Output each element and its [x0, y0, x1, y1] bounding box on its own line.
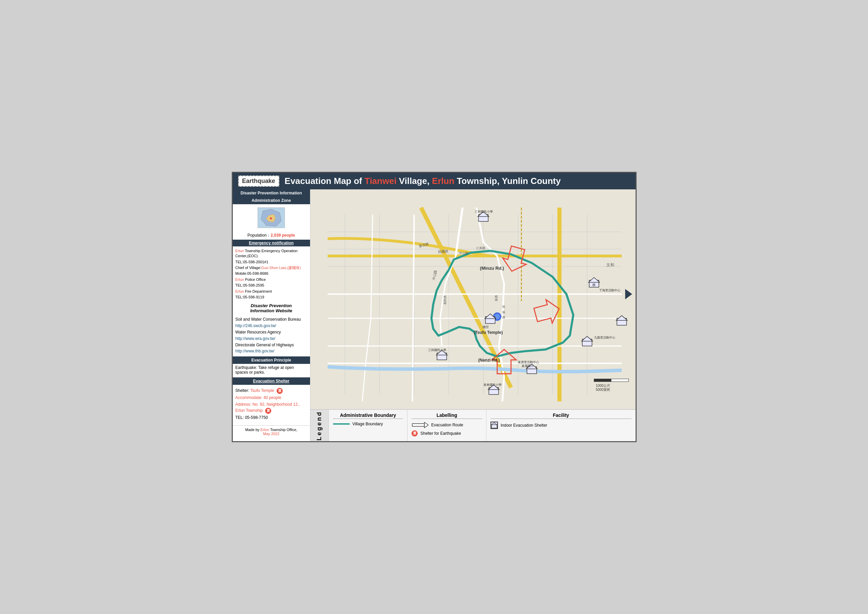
- facility-section: Facility Indoor Evacuation Shelter: [487, 410, 636, 441]
- swcb-link[interactable]: http://246.swcb.gov.tw/: [236, 323, 276, 328]
- nav-arrow: [625, 289, 632, 299]
- village-boundary-label: Village Boundary: [352, 421, 383, 426]
- minzu-rd-label: (Minzu Rd.): [480, 266, 504, 271]
- road-zhongshan2: 中山路: [459, 252, 468, 255]
- svg-marker-36: [425, 422, 428, 427]
- legend-area: Legend Administrative Boundary Village B…: [310, 409, 636, 441]
- svg-marker-16: [588, 277, 600, 282]
- village-boundary-item: Village Boundary: [333, 421, 403, 426]
- evac-principle-text: Earthquake: Take refuge at open spaces o…: [233, 364, 310, 378]
- shelter-icon-1: 圓: [588, 277, 600, 287]
- made-by: Made by Erlun Township Office, May 2022: [233, 425, 310, 438]
- road-zhen: 振路: [494, 295, 498, 301]
- label-school-1: 三和國民小學: [428, 348, 446, 352]
- road-minquan: 民權路: [438, 249, 448, 254]
- label-shelter-3: 九隆里活動中心: [594, 336, 615, 339]
- road-lu: 路: [502, 316, 505, 319]
- wra-link[interactable]: http://www.wra.gov.tw/: [236, 336, 275, 341]
- road-zhongshan: 中山路: [432, 270, 437, 280]
- legend-label: Legend: [316, 411, 323, 440]
- road-min: 柏民路: [443, 295, 446, 305]
- facility-icon-right: [616, 316, 627, 325]
- emergency-title: Emergency notification: [233, 239, 310, 246]
- evac-route-label: Evacuation Route: [431, 423, 463, 427]
- svg-rect-37: [491, 424, 497, 428]
- dis-prev-subtitle: Information Website: [250, 308, 293, 314]
- label-shelter-4: 臬厝里活動中心: [518, 361, 539, 364]
- labelling-section: Labelling Evacuation Route 震 Shelter for…: [408, 410, 487, 441]
- shelter-icon-3: [581, 336, 593, 346]
- label-school-4: 臬厝國小: [521, 364, 533, 367]
- labelling-title: Labelling: [412, 412, 482, 419]
- legend-label-col: Legend: [310, 410, 329, 441]
- scale-label-1: 1000公尺: [596, 384, 610, 387]
- road-zhen2: 振: [502, 311, 505, 314]
- evac-shelter-title: Evacuation Shelter: [233, 378, 310, 385]
- label-school-5: 束車國民小學: [483, 383, 501, 387]
- label-shelter-1: 下海里活動中心: [599, 289, 620, 292]
- main-container: Earthquake Evacuation Map of Tianwei Vil…: [232, 172, 637, 442]
- river: [327, 367, 622, 371]
- section1-title: Disaster Prevention Information: [233, 190, 310, 197]
- admin-boundary-title: Administrative Boundary: [333, 412, 403, 419]
- header-bar: Earthquake Evacuation Map of Tianwei Vil…: [233, 173, 636, 190]
- admin-boundary-section: Administrative Boundary Village Boundary: [329, 410, 408, 441]
- indoor-evac-label: Indoor Evacuation Shelter: [501, 423, 547, 427]
- vert-white-2: [362, 215, 372, 401]
- indoor-evac-svg: [491, 422, 497, 428]
- map-container: 圓 下海里活動中心 三和國民小學 九隆里活動中心: [310, 190, 636, 409]
- facility-title: Facility: [490, 412, 631, 419]
- village-boundary-line-icon: [333, 423, 350, 424]
- evac-principle-title: Evacuation Principle: [233, 356, 310, 364]
- evac-route-icon: [412, 421, 428, 428]
- shelter-eq-label: Shelter for Earthquake: [420, 431, 461, 436]
- scale-label-2: 5000英呎: [596, 388, 610, 392]
- earthquake-tag: Earthquake: [238, 176, 279, 187]
- section1-subtitle: Administration Zone: [233, 197, 310, 204]
- indoor-evac-item: Indoor Evacuation Shelter: [490, 421, 631, 429]
- address-shelter-icon: 震: [265, 408, 271, 414]
- svg-text:圓: 圓: [592, 283, 595, 286]
- population-line: Population：2,039 people: [233, 231, 310, 239]
- indoor-evac-icon: [490, 421, 498, 429]
- main-content: Disaster Prevention Information Administ…: [233, 190, 636, 441]
- tsufu-temple-label: (Tsufu Temple): [474, 330, 503, 335]
- shelter-eq-icon: 震: [412, 431, 418, 437]
- road-min2: 民: [502, 305, 505, 309]
- nanzi-rd-label: (Nanzi Rd.): [478, 358, 500, 362]
- label-school-top: 三和國民小學: [475, 210, 493, 213]
- admin-zone-svg: [256, 206, 287, 230]
- map-area: 圓 下海里活動中心 三和國民小學 九隆里活動中心: [310, 190, 636, 441]
- tsufu-label: 聰宮: [482, 325, 488, 329]
- svg-point-3: [270, 218, 272, 219]
- contact-block: Erlun Township Emergency Operation Cente…: [233, 246, 310, 302]
- road-renhe: 仁和路: [476, 246, 485, 250]
- svg-rect-35: [412, 424, 425, 426]
- admin-zone-thumbnail: [233, 204, 310, 231]
- evac-route-item: Evacuation Route: [412, 421, 482, 428]
- wenhe-label: 文和: [606, 263, 614, 267]
- map-svg: 圓 下海里活動中心 三和國民小學 九隆里活動中心: [310, 190, 636, 409]
- svg-marker-38: [491, 423, 497, 424]
- shelter-eq-item: 震 Shelter for Earthquake: [412, 431, 482, 437]
- svg-marker-21: [581, 336, 593, 341]
- shelter-earthquake-icon: 震: [277, 388, 283, 394]
- thb-link[interactable]: http://www.thb.gov.tw/: [236, 349, 274, 353]
- websites-block: Soil and Water Conservation Bureau http:…: [233, 315, 310, 356]
- header-title: Evacuation Map of Tianwei Village, Erlun…: [285, 176, 561, 187]
- dis-prev-title: Disaster Prevention: [251, 302, 292, 308]
- sidebar: Disaster Prevention Information Administ…: [233, 190, 310, 441]
- shelter-info: Shelter: Tsufu Temple 震 Accommodate: 40 …: [233, 385, 310, 423]
- scale-bar-fill: [594, 379, 611, 381]
